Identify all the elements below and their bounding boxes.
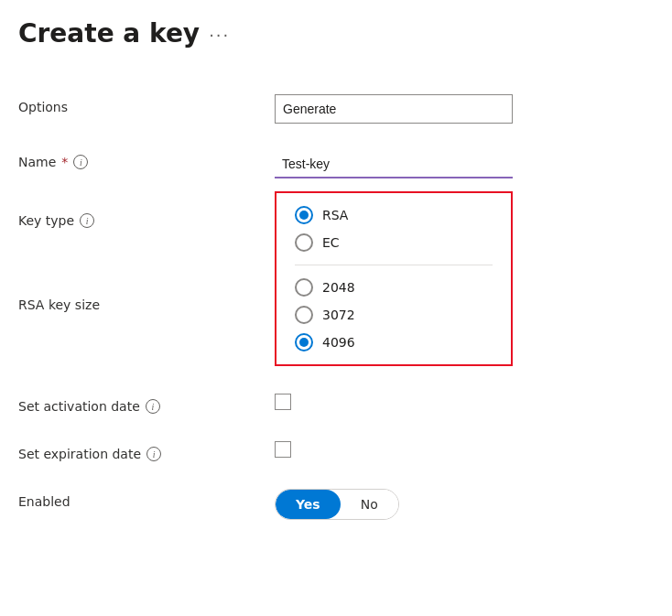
toggle-yes-option[interactable]: Yes <box>276 490 341 519</box>
options-label: Options <box>18 94 275 114</box>
page-header: Create a key ··· <box>18 18 645 49</box>
options-control <box>275 94 645 124</box>
radio-rsa-indicator <box>295 206 313 224</box>
activation-info-icon[interactable]: i <box>146 399 160 414</box>
more-options-icon[interactable]: ··· <box>209 26 230 45</box>
enabled-control: Yes No <box>275 489 645 520</box>
expiration-date-label: Set expiration date i <box>18 441 275 461</box>
radio-2048-indicator <box>295 278 313 297</box>
radio-ec-indicator <box>295 233 313 252</box>
expiration-date-row: Set expiration date i <box>18 428 645 476</box>
activation-date-control <box>275 394 645 410</box>
enabled-label: Enabled <box>18 489 275 509</box>
name-info-icon[interactable]: i <box>73 155 88 169</box>
expiration-date-control <box>275 441 645 458</box>
radio-option-3072[interactable]: 3072 <box>295 306 493 324</box>
yes-no-toggle[interactable]: Yes No <box>275 489 399 520</box>
enabled-toggle[interactable]: Yes No <box>275 489 645 520</box>
name-label: Name * i <box>18 149 275 169</box>
radio-group-divider <box>295 265 493 265</box>
activation-date-label: Set activation date i <box>18 394 275 414</box>
name-required-indicator: * <box>61 155 68 169</box>
combined-labels: Key type i RSA key size <box>18 191 275 305</box>
name-input[interactable] <box>275 149 513 178</box>
radio-3072-indicator <box>295 306 313 324</box>
radio-option-4096[interactable]: 4096 <box>295 333 493 351</box>
name-control <box>275 149 645 178</box>
key-type-label-container: Key type i <box>18 191 275 232</box>
options-input[interactable] <box>275 94 513 124</box>
options-row: Options <box>18 81 645 136</box>
toggle-no-option[interactable]: No <box>341 490 398 519</box>
activation-date-row: Set activation date i <box>18 381 645 428</box>
key-type-rsa-combined-row: Key type i RSA key size RSA EC 2048 <box>18 191 645 366</box>
radio-4096-indicator <box>295 333 313 351</box>
key-type-rsa-group-box: RSA EC 2048 3072 4096 <box>275 191 513 366</box>
rsa-key-size-label-container: RSA key size <box>18 232 275 305</box>
key-type-info-icon[interactable]: i <box>80 213 94 228</box>
name-row: Name * i <box>18 136 645 191</box>
enabled-row: Enabled Yes No <box>18 476 645 533</box>
radio-option-rsa[interactable]: RSA <box>295 206 493 224</box>
create-key-form: Options Name * i Key type i RSA key size <box>18 81 645 533</box>
radio-option-2048[interactable]: 2048 <box>295 278 493 297</box>
activation-date-checkbox[interactable] <box>275 394 291 410</box>
expiration-date-checkbox[interactable] <box>275 441 291 458</box>
page-title: Create a key <box>18 18 200 49</box>
radio-option-ec[interactable]: EC <box>295 233 493 252</box>
expiration-info-icon[interactable]: i <box>146 447 161 461</box>
